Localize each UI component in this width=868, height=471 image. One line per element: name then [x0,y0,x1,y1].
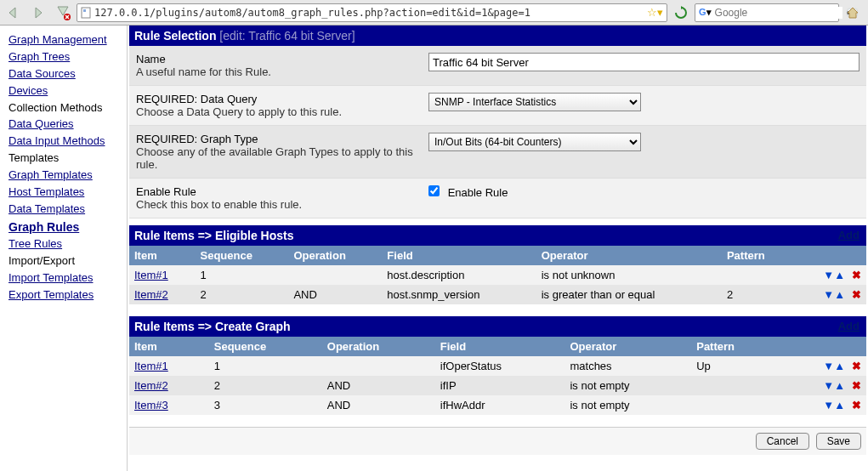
move-up-icon[interactable]: ▲ [834,269,845,281]
data-query-select[interactable]: SNMP - Interface Statistics [428,93,641,111]
sidebar-item[interactable]: Import Templates [9,271,118,286]
reload-button[interactable] [671,3,691,22]
delete-icon[interactable]: ✖ [852,269,861,281]
field-cell: ifOperStatus [435,356,565,376]
move-down-icon[interactable]: ▼ [823,269,834,281]
col-seq: Sequence [209,337,322,356]
move-up-icon[interactable]: ▲ [834,288,845,301]
svg-rect-1 [82,8,90,18]
pattern-cell: Up [691,356,779,376]
seq-cell: 1 [195,265,288,285]
name-input[interactable] [428,53,859,71]
sidebar-item[interactable]: Tree Rules [9,237,118,252]
move-up-icon[interactable]: ▲ [834,399,845,411]
graph-type-title: REQUIRED: Graph Type [136,133,425,145]
item-link[interactable]: Item#1 [134,360,168,372]
stop-download-button[interactable] [53,3,73,22]
sidebar-item[interactable]: Export Templates [9,288,118,303]
rule-selection-header: Rule Selection [edit: Traffic 64 bit Ser… [129,26,866,46]
table-row: Item#22ANDhost.snmp_versionis greater th… [129,285,866,304]
delete-icon[interactable]: ✖ [852,379,861,392]
back-button[interactable] [5,3,26,22]
item-link[interactable]: Item#2 [134,288,168,301]
move-down-icon[interactable]: ▼ [823,379,834,392]
field-cell: ifIP [435,376,565,395]
search-box[interactable]: G▾ 👀 [695,3,839,22]
graph-type-desc: Choose any of the available Graph Types … [136,145,425,171]
table-row: Item#11host.descriptionis not unknown▼▲✖ [129,265,866,285]
move-down-icon[interactable]: ▼ [823,288,834,301]
sidebar-item[interactable]: Host Templates [9,185,118,200]
col-field: Field [382,246,536,265]
browser-toolbar: ☆▾ G▾ 👀 [0,0,868,26]
forward-button[interactable] [29,3,49,22]
sidebar-item[interactable]: Data Sources [9,67,118,82]
sidebar-item: Templates [9,151,118,166]
search-input[interactable] [715,7,842,19]
sidebar-item[interactable]: Data Input Methods [9,134,118,149]
form-row-graph-type: REQUIRED: Graph Type Choose any of the a… [129,126,866,179]
seq-cell: 3 [209,395,322,415]
sidebar-item[interactable]: Data Templates [9,202,118,217]
home-button[interactable] [842,3,863,22]
op-cell [322,356,435,376]
cancel-button[interactable]: Cancel [756,433,809,450]
sidebar-item[interactable]: Graph Management [9,33,118,48]
move-down-icon[interactable]: ▼ [823,399,834,411]
col-oper: Operator [564,337,691,356]
col-pattern: Pattern [722,246,794,265]
oper-cell: is not empty [564,395,691,415]
oper-cell: is greater than or equal [536,285,722,304]
op-cell: AND [322,395,435,415]
col-op: Operation [322,337,435,356]
create-graph-table: Item Sequence Operation Field Operator P… [129,337,866,415]
oper-cell: is not unknown [536,265,722,285]
sidebar-item: Collection Methods [9,101,118,116]
url-input[interactable] [94,7,644,19]
move-up-icon[interactable]: ▲ [834,360,845,372]
oper-cell: is not empty [564,376,691,395]
sidebar-item[interactable]: Graph Templates [9,168,118,183]
save-button[interactable]: Save [816,433,861,450]
enable-title: Enable Rule [136,185,425,198]
delete-icon[interactable]: ✖ [852,399,861,411]
data-query-title: REQUIRED: Data Query [136,93,425,105]
button-row: Cancel Save [129,427,866,455]
sidebar-item[interactable]: Graph Rules [9,219,118,235]
data-query-desc: Choose a Data Query to apply to this rul… [136,105,425,118]
move-down-icon[interactable]: ▼ [823,360,834,372]
name-desc: A useful name for this Rule. [136,65,425,78]
item-link[interactable]: Item#1 [134,269,168,281]
col-item: Item [129,337,209,356]
pattern-cell: 2 [722,285,794,304]
google-icon: G▾ [699,7,712,18]
sidebar-item[interactable]: Data Queries [9,117,118,132]
pattern-cell [722,265,794,285]
col-actions [779,337,866,356]
op-cell: AND [322,376,435,395]
sidebar-item: Import/Export [9,254,118,269]
sidebar-item[interactable]: Graph Trees [9,50,118,65]
col-actions [794,246,866,265]
bookmark-star-icon[interactable]: ☆▾ [647,6,663,19]
item-link[interactable]: Item#2 [134,379,168,392]
delete-icon[interactable]: ✖ [852,288,861,301]
enable-desc: Check this box to enable this rule. [136,198,425,211]
sidebar: Graph ManagementGraph TreesData SourcesD… [0,26,128,471]
url-bar[interactable]: ☆▾ [77,3,667,22]
graph-type-select[interactable]: In/Out Bits (64-bit Counters) [428,133,641,151]
eligible-hosts-table: Item Sequence Operation Field Operator P… [129,246,866,304]
col-oper: Operator [536,246,722,265]
enable-checkbox[interactable] [428,185,440,196]
eligible-add-link[interactable]: Add [838,229,859,241]
eligible-hosts-header: Rule Items => Eligible Hosts Add [129,225,866,246]
col-item: Item [129,246,195,265]
seq-cell: 2 [195,285,288,304]
delete-icon[interactable]: ✖ [852,360,861,372]
create-add-link[interactable]: Add [838,320,859,332]
item-link[interactable]: Item#3 [134,399,168,411]
table-row: Item#33ANDifHwAddris not empty▼▲✖ [129,395,866,415]
move-up-icon[interactable]: ▲ [834,379,845,392]
sidebar-item[interactable]: Devices [9,84,118,99]
enable-label: Enable Rule [448,186,508,199]
